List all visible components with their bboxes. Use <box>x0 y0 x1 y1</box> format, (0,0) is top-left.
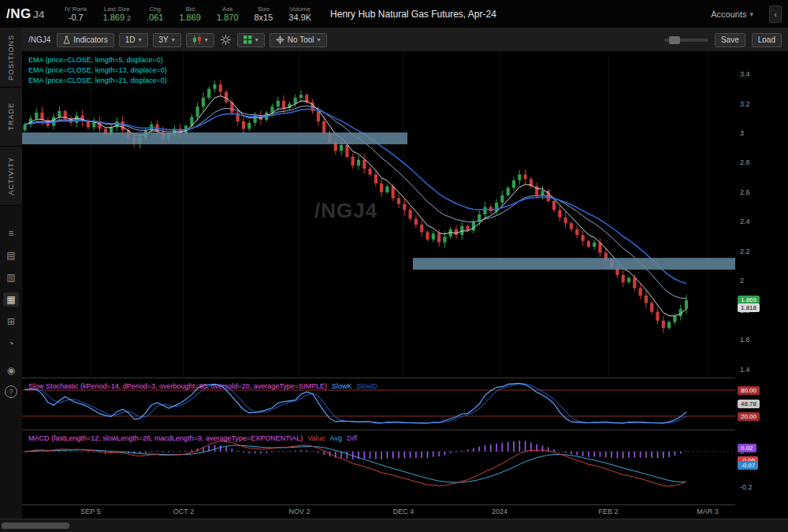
time-axis-label: FEB 2 <box>593 508 624 515</box>
chevron-down-icon: ▾ <box>318 36 321 43</box>
accounts-label: Accounts <box>711 9 746 19</box>
stat-ask: Ask 1.870 <box>217 6 239 23</box>
last-size-qty: 2 <box>127 14 131 22</box>
macd-canvas[interactable] <box>22 430 735 504</box>
watchlist-icon[interactable]: ▤ <box>3 248 19 262</box>
flask-icon <box>63 35 70 44</box>
indicators-button[interactable]: Indicators <box>57 33 113 47</box>
accounts-dropdown[interactable]: Accounts ▾ <box>711 9 753 19</box>
stat-label: Size <box>258 6 270 13</box>
time-axis-label: DEC 4 <box>388 508 419 515</box>
tab-label: TRADE <box>7 102 15 131</box>
stat-iv-rank: IV Rank -0.7 <box>65 6 87 23</box>
help-icon[interactable]: ? <box>5 385 17 398</box>
grid-icon <box>243 35 252 44</box>
price-badge: 1.818 <box>738 303 760 312</box>
stat-value: 34.9K <box>288 13 311 23</box>
orders-icon[interactable]: ▥ <box>3 270 19 285</box>
stat-label: IV Rank <box>65 6 87 13</box>
stochastic-badge: 48.78 <box>738 400 760 408</box>
stat-value: 1.870 <box>217 13 239 23</box>
price-chart-canvas[interactable] <box>22 52 735 378</box>
macd-tick: -0.2 <box>740 483 753 491</box>
time-axis-label: NOV 2 <box>284 508 315 515</box>
top-quote-bar: /NG J4 IV Rank -0.7 Last Size 1.8692 Chg… <box>0 0 788 28</box>
stat-value: 1.869 <box>179 13 201 23</box>
stat-label: Bid <box>185 6 195 13</box>
crosshair-icon <box>276 35 284 44</box>
stat-size: Size 8x15 <box>255 6 273 23</box>
price-tick: 3 <box>740 129 744 137</box>
macd-panel[interactable]: MACD (fastLength=12, slowLength=26, macd… <box>22 430 735 504</box>
stat-bid: Bid 1.869 <box>179 6 201 23</box>
price-tick: 1.6 <box>740 336 750 344</box>
sidebar-tab-activity[interactable]: ACTIVITY <box>0 147 22 206</box>
chart-region: /NGJ4 EMA (price=CLOSE, length=5, displa… <box>22 52 788 519</box>
tool-label: No Tool <box>288 35 314 44</box>
timeframe-value: 1D <box>125 35 136 44</box>
time-axis-label: SEP 5 <box>75 508 106 515</box>
stat-label: Last Size <box>104 6 130 13</box>
range-dropdown[interactable]: 3Y ▾ <box>153 33 181 47</box>
settings-gear-icon[interactable] <box>219 35 232 45</box>
chart-type-dropdown[interactable]: ▾ <box>186 33 214 47</box>
price-tick: 2.8 <box>740 158 750 166</box>
stat-value: 8x15 <box>255 13 273 23</box>
time-axis[interactable]: SEP 5OCT 2NOV 2DEC 42024FEB 2MAR 3 <box>22 504 735 519</box>
price-tick: 2.2 <box>740 247 750 255</box>
sidebar-icon-stack: ≡ ▤ ▥ ▦ ⊞ ◔ <box>3 226 19 351</box>
chart-zoom-slider[interactable] <box>664 39 708 42</box>
stat-label: Chg <box>149 6 161 13</box>
people-icon[interactable]: ◉ <box>3 363 19 378</box>
chevron-down-icon: ▾ <box>172 36 175 43</box>
left-sidebar: POSITIONS TRADE ACTIVITY ≡ ▤ ▥ ▦ ⊞ ◔ ◉ ? <box>0 28 23 519</box>
load-button[interactable]: Load <box>752 33 782 47</box>
drawing-tool-dropdown[interactable]: No Tool ▾ <box>269 33 327 47</box>
price-chart-panel[interactable]: /NGJ4 EMA (price=CLOSE, length=5, displa… <box>22 52 735 378</box>
price-tick: 3.2 <box>740 100 750 108</box>
chevron-down-icon: ▾ <box>255 36 258 43</box>
bottom-scrollbar-track[interactable] <box>0 519 788 532</box>
chart-icon[interactable]: ▦ <box>3 292 19 307</box>
save-button[interactable]: Save <box>715 33 745 47</box>
stochastic-badge: 80.00 <box>738 386 760 395</box>
stat-change: Chg .061 <box>147 6 163 23</box>
stochastic-panel[interactable]: Slow Stochastic (kPeriod=14, dPeriod=3, … <box>22 378 735 430</box>
candlestick-icon <box>192 35 202 44</box>
stat-last-size: Last Size 1.8692 <box>102 6 131 23</box>
widgets-icon[interactable]: ⊞ <box>3 314 19 329</box>
stochastic-badge: 20.00 <box>738 412 760 421</box>
stat-label: Volume <box>289 6 310 13</box>
price-tick: 2.6 <box>740 188 750 196</box>
chevron-down-icon: ▾ <box>749 10 753 18</box>
sidebar-tab-trade[interactable]: TRADE <box>0 87 22 147</box>
stat-label: Ask <box>222 6 232 13</box>
symbol-root: /NG <box>6 6 32 22</box>
range-value: 3Y <box>159 35 169 44</box>
sidebar-tab-positions[interactable]: POSITIONS <box>0 28 22 87</box>
scrollbar-handle[interactable] <box>2 523 69 529</box>
stochastic-canvas[interactable] <box>22 378 735 430</box>
stat-value: 1.8692 <box>102 13 131 23</box>
grid-layout-dropdown[interactable]: ▾ <box>237 33 265 47</box>
chart-toolbar: /NGJ4 Indicators 1D ▾ 3Y ▾ ▾ <box>22 28 788 52</box>
collapse-panel-button[interactable]: ‹ <box>769 6 782 23</box>
price-tick: 2.4 <box>740 218 750 225</box>
macd-badge: 0.02 <box>738 444 756 452</box>
chevron-down-icon: ▾ <box>205 36 208 43</box>
menu-icon[interactable]: ≡ <box>3 226 19 240</box>
contract-description: Henry Hub Natural Gas Futures, Apr-24 <box>330 9 496 20</box>
symbol: /NG J4 <box>6 6 49 22</box>
macd-badge: -0.07 <box>738 461 758 470</box>
stat-value: -0.7 <box>69 13 84 23</box>
zoom-slider-handle[interactable] <box>669 36 680 44</box>
history-icon[interactable]: ◔ <box>3 337 19 351</box>
tab-label: POSITIONS <box>7 35 15 80</box>
price-axis[interactable]: 3.43.232.82.62.42.221.81.61.41.8691.8188… <box>735 52 788 519</box>
time-axis-label: OCT 2 <box>168 508 199 515</box>
chart-workspace: /NGJ4 Indicators 1D ▾ 3Y ▾ ▾ <box>22 28 788 519</box>
chevron-down-icon: ▾ <box>139 36 142 43</box>
price-tick: 3.4 <box>740 70 750 78</box>
timeframe-dropdown[interactable]: 1D ▾ <box>119 33 148 47</box>
toolbar-symbol: /NGJ4 <box>28 35 50 44</box>
